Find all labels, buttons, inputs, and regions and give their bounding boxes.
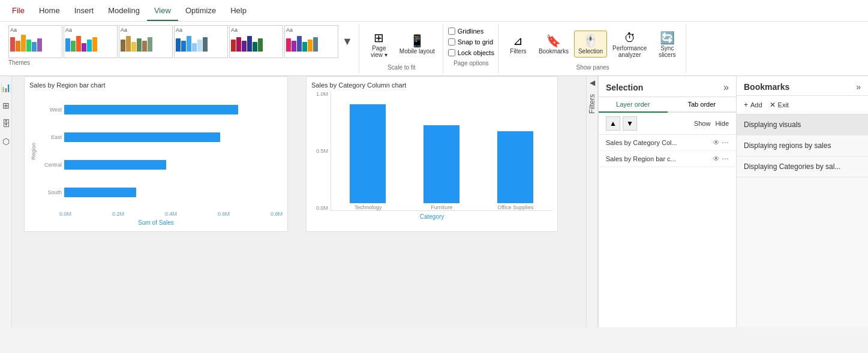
- theme-item-2[interactable]: Aa: [64, 25, 118, 58]
- eye-icon-2[interactable]: 👁: [713, 155, 720, 163]
- gridlines-checkbox[interactable]: [448, 28, 455, 35]
- gridlines-option[interactable]: Gridlines: [448, 28, 494, 35]
- mobile-layout-label: Mobile layout: [400, 48, 435, 55]
- tab-help[interactable]: Help: [223, 1, 254, 21]
- theme-bars-5: [231, 34, 281, 52]
- snap-to-grid-label: Snap to grid: [458, 38, 493, 46]
- selection-pane-tabs: Layer order Tab order: [599, 97, 736, 113]
- show-all-button[interactable]: Show: [694, 120, 711, 127]
- selection-pane-expand-icon[interactable]: »: [723, 82, 729, 93]
- selection-item-1-icons: 👁 ⋯: [713, 138, 729, 147]
- x-tick-0: 0.0M: [59, 211, 71, 217]
- theme-item-3[interactable]: Aa: [119, 25, 173, 58]
- move-up-button[interactable]: ▲: [606, 116, 620, 131]
- bookmarks-expand-icon[interactable]: »: [856, 82, 861, 92]
- eye-icon-1[interactable]: 👁: [713, 138, 720, 147]
- col-bar-furn: [424, 125, 459, 203]
- exit-bookmark-button[interactable]: ✕ Exit: [770, 101, 789, 109]
- filters-button[interactable]: ⊿ Filters: [503, 31, 533, 58]
- filters-collapse-arrow[interactable]: ◀: [587, 76, 597, 89]
- performance-analyzer-icon: ⏱: [624, 31, 636, 45]
- bar-label-south: South: [37, 189, 62, 195]
- filters-sidebar: ◀ Filters: [586, 76, 598, 327]
- snap-to-grid-option[interactable]: Snap to grid: [448, 38, 494, 46]
- ribbon-group-items-pageview: ⊞ Pageview ▾ 📱 Mobile layout: [364, 25, 439, 63]
- selection-item-1-label: Sales by Category Col...: [606, 139, 709, 146]
- bookmarks-ribbon-label: Bookmarks: [539, 48, 569, 55]
- selection-pane: Selection » Layer order Tab order ▲ ▼ Sh…: [598, 76, 736, 327]
- theme-bars-1: [10, 34, 61, 52]
- sync-slicers-button[interactable]: 🔄 Syncslicers: [652, 28, 682, 61]
- col-chart-bars: Technology Furniture Office Supplies: [331, 91, 552, 211]
- themes-row: Aa Aa: [8, 25, 355, 58]
- show-panes-label: Show panes: [576, 64, 609, 72]
- selection-item-2[interactable]: Sales by Region bar c... 👁 ⋯: [599, 151, 736, 167]
- bar-chart-sidebar-icon[interactable]: 📊: [0, 81, 13, 94]
- bookmarks-actions: + Add ✕ Exit: [737, 96, 868, 114]
- pane-arrows-row: ▲ ▼ Show Hide: [599, 113, 736, 135]
- bar-label-central: Central: [37, 162, 62, 168]
- bookmark-item-3[interactable]: Displaying Categories by sal...: [737, 156, 868, 177]
- dots-icon-2[interactable]: ⋯: [722, 155, 729, 163]
- add-bookmark-icon: +: [744, 101, 748, 109]
- model-sidebar-icon[interactable]: ⬡: [1, 135, 11, 148]
- mobile-layout-button[interactable]: 📱 Mobile layout: [395, 31, 439, 58]
- sync-slicers-icon: 🔄: [660, 31, 675, 45]
- col-chart-title: Sales by Category Column chart: [311, 82, 552, 89]
- theme-bars-4: [176, 34, 226, 52]
- tab-insert[interactable]: Insert: [67, 1, 101, 21]
- theme-item-1[interactable]: Aa: [8, 25, 62, 58]
- filters-sidebar-label[interactable]: Filters: [586, 89, 598, 119]
- snap-to-grid-checkbox[interactable]: [448, 38, 455, 46]
- bar-south: [64, 188, 136, 197]
- col-chart-inner: 1.0M 0.5M 0.0M Technology Furniture: [311, 91, 552, 211]
- show-hide-controls: Show Hide: [694, 120, 729, 127]
- add-bookmark-button[interactable]: + Add: [744, 101, 762, 109]
- bookmark-item-2[interactable]: Displaying regions by sales: [737, 135, 868, 156]
- show-panes-group: ⊿ Filters 🔖 Bookmarks 🖱️ Selection ⏱ Per…: [500, 24, 686, 73]
- theme-label-4: Aa: [176, 27, 226, 33]
- page-view-button[interactable]: ⊞ Pageview ▾: [364, 28, 394, 61]
- table-sidebar-icon[interactable]: ⊞: [1, 99, 11, 112]
- move-down-button[interactable]: ▼: [623, 116, 637, 131]
- tab-tab-order[interactable]: Tab order: [668, 97, 737, 113]
- themes-more-button[interactable]: ▼: [340, 33, 355, 50]
- left-sidebar: 📊 ⊞ 🗄 ⬡: [0, 76, 12, 327]
- bookmark-item-1[interactable]: Displaying visuals: [737, 114, 868, 135]
- selection-item-2-icons: 👁 ⋯: [713, 155, 729, 163]
- performance-analyzer-button[interactable]: ⏱ Performanceanalyzer: [608, 28, 651, 61]
- tab-file[interactable]: File: [5, 1, 32, 21]
- bookmarks-header: Bookmarks »: [737, 76, 868, 96]
- selection-item-1[interactable]: Sales by Category Col... 👁 ⋯: [599, 135, 736, 151]
- col-bar-furn-label: Furniture: [431, 204, 452, 210]
- bookmarks-pane: Bookmarks » + Add ✕ Exit Displaying visu…: [736, 76, 868, 327]
- pane-arrow-buttons: ▲ ▼: [606, 116, 637, 131]
- col-bar-office: [497, 131, 533, 203]
- tab-view[interactable]: View: [147, 1, 178, 21]
- tab-modeling[interactable]: Modeling: [101, 1, 147, 21]
- bar-label-east: East: [37, 134, 62, 140]
- theme-item-6[interactable]: Aa: [284, 25, 338, 58]
- tab-optimize[interactable]: Optimize: [178, 1, 223, 21]
- theme-label-2: Aa: [65, 27, 116, 33]
- tab-home[interactable]: Home: [32, 1, 67, 21]
- selection-button[interactable]: 🖱️ Selection: [574, 31, 607, 58]
- tab-layer-order[interactable]: Layer order: [599, 97, 668, 113]
- y-tick-05m: 0.5M: [311, 148, 328, 154]
- data-sidebar-icon[interactable]: 🗄: [0, 117, 12, 130]
- hide-all-button[interactable]: Hide: [715, 120, 729, 127]
- page-options-label: Page options: [453, 60, 488, 68]
- selection-icon: 🖱️: [583, 34, 598, 48]
- lock-objects-checkbox[interactable]: [448, 49, 455, 56]
- bar-label-west: West: [37, 107, 62, 113]
- show-panes-items: ⊿ Filters 🔖 Bookmarks 🖱️ Selection ⏱ Per…: [503, 25, 682, 63]
- lock-objects-option[interactable]: Lock objects: [448, 49, 494, 56]
- dots-icon-1[interactable]: ⋯: [722, 138, 729, 147]
- selection-pane-title: Selection: [606, 83, 643, 92]
- filters-icon: ⊿: [513, 34, 523, 48]
- theme-item-4[interactable]: Aa: [174, 25, 228, 58]
- theme-label-6: Aa: [286, 27, 337, 33]
- bar-central: [64, 160, 166, 170]
- theme-item-5[interactable]: Aa: [229, 25, 283, 58]
- bookmarks-button[interactable]: 🔖 Bookmarks: [534, 31, 573, 58]
